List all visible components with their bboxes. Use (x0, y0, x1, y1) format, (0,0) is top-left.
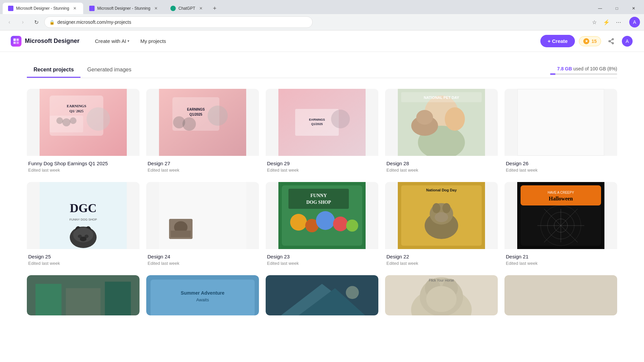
card-thumbnail-7 (146, 182, 259, 249)
card-subtitle-3: Edited last week (267, 168, 377, 173)
toolbar-icons: A (629, 17, 640, 27)
back-button[interactable]: ‹ (4, 17, 15, 27)
svg-point-36 (445, 107, 465, 131)
extensions-icon[interactable]: ⚡ (601, 17, 612, 27)
svg-rect-0 (13, 39, 16, 41)
address-bar[interactable]: 🔒 designer.microsoft.com/my-projects (44, 16, 313, 28)
card-subtitle-2: Edited last week (148, 168, 258, 173)
maximize-button[interactable]: □ (609, 3, 625, 14)
svg-point-102 (426, 286, 457, 312)
create-with-ai-nav[interactable]: Create with AI ▾ (90, 36, 134, 47)
bottom-card-4[interactable]: Flick Your Horse (385, 275, 498, 315)
project-card-2[interactable]: EARNINGS Q1/2025 Design 27 Edited last w… (146, 89, 259, 175)
card-title-6: Design 25 (28, 254, 138, 259)
tab-favicon-3 (170, 6, 176, 11)
tab-close-2[interactable]: ✕ (153, 5, 159, 11)
forward-button[interactable]: › (17, 17, 28, 27)
project-card-8[interactable]: FUNNY DOG SHOP Design 23 Edited last wee… (266, 182, 378, 268)
my-projects-nav[interactable]: My projects (136, 36, 171, 47)
project-card-10[interactable]: HAVE A CREEPY Halloween Design 21 Edited… (504, 182, 617, 268)
tab-recent-label: Recent projects (34, 67, 74, 72)
svg-text:Q1/ 2025: Q1/ 2025 (69, 109, 84, 113)
svg-point-59 (316, 211, 335, 230)
browser-tab-3[interactable]: ChatGPT ✕ (165, 3, 209, 14)
project-card-1[interactable]: EARNINGS Q1/ 2025 Funny Dog Shop Earning… (27, 89, 140, 175)
browser-settings-icon[interactable]: ⋯ (613, 17, 624, 27)
minimize-button[interactable]: — (592, 3, 608, 14)
chevron-down-icon: ▾ (127, 39, 129, 43)
svg-point-6 (612, 43, 613, 44)
card-info-1: Funny Dog Shop Earnings Q1 2025 Edited l… (27, 156, 140, 175)
card-info-4: Design 28 Edited last week (385, 156, 498, 175)
card-info-5: Design 26 Edited last week (504, 156, 617, 175)
header-right: + Create ★ 15 A (540, 35, 633, 47)
new-tab-button[interactable]: + (210, 4, 219, 13)
tab-recent-projects[interactable]: Recent projects (27, 63, 80, 78)
svg-point-50 (80, 237, 87, 241)
project-card-5[interactable]: Design 26 Edited last week (504, 89, 617, 175)
tab-close-1[interactable]: ✕ (72, 5, 78, 11)
svg-text:Flick Your Horse: Flick Your Horse (429, 279, 454, 282)
bottom-card-3[interactable] (266, 275, 378, 315)
main-content: Recent projects Generated images 7.8 GB … (0, 52, 644, 326)
svg-rect-1 (16, 39, 19, 41)
svg-point-16 (62, 118, 70, 126)
close-button[interactable]: ✕ (626, 3, 641, 14)
profile-icon[interactable]: A (629, 17, 640, 27)
card-subtitle-5: Edited last week (506, 168, 616, 173)
svg-point-4 (612, 39, 613, 40)
browser-tab-1[interactable]: Microsoft Designer - Stunning ✕ (3, 3, 83, 14)
svg-rect-3 (16, 42, 19, 44)
svg-text:Summer Adventure: Summer Adventure (181, 290, 225, 296)
svg-point-69 (432, 203, 440, 213)
logo-icon (11, 36, 21, 47)
svg-point-22 (208, 106, 228, 126)
bookmark-icon[interactable]: ☆ (589, 17, 600, 27)
svg-line-8 (610, 42, 612, 43)
card-thumbnail-6: DGC FUNNY DOG SHOP (27, 182, 140, 249)
card-subtitle-10: Edited last week (506, 261, 616, 266)
coin-icon: ★ (583, 38, 589, 44)
user-account-icon[interactable]: A (621, 35, 633, 47)
window-controls: — □ ✕ (592, 3, 641, 14)
projects-grid-row2: DGC FUNNY DOG SHOP Design 25 Edited last… (27, 182, 617, 268)
tab-generated-images[interactable]: Generated images (80, 63, 138, 78)
project-card-3[interactable]: EARNINGS Q1/2025 Design 29 Edited last w… (266, 89, 378, 175)
project-card-7[interactable]: Design 24 Edited last week (146, 182, 259, 268)
my-projects-label: My projects (140, 38, 166, 44)
card-thumbnail-8: FUNNY DOG SHOP (266, 182, 378, 249)
share-icon[interactable] (605, 35, 617, 47)
card-subtitle-1: Edited last week (28, 168, 138, 173)
user-avatar[interactable]: A (629, 17, 640, 27)
logo-area[interactable]: Microsoft Designer (11, 36, 79, 47)
bottom-thumb-4: Flick Your Horse (385, 275, 498, 315)
svg-rect-105 (504, 275, 617, 315)
bottom-card-1[interactable] (27, 275, 140, 315)
coins-count: 15 (591, 39, 597, 44)
bottom-thumb-5 (504, 275, 617, 315)
browser-tab-2[interactable]: Microsoft Designer - Stunning ✕ (84, 3, 164, 14)
card-info-8: Design 23 Edited last week (266, 249, 378, 268)
create-button[interactable]: + Create (540, 35, 575, 47)
projects-grid: EARNINGS Q1/ 2025 Funny Dog Shop Earning… (27, 89, 617, 175)
project-card-4[interactable]: NATIONAL PET DAY Design 28 Edited last w… (385, 89, 498, 175)
svg-point-70 (442, 203, 450, 213)
tab-close-3[interactable]: ✕ (198, 5, 204, 11)
project-card-9[interactable]: National Dog Day Design 22 Edited last w… (385, 182, 498, 268)
storage-used: 7.8 GB (557, 66, 572, 71)
svg-text:EARNINGS: EARNINGS (187, 108, 205, 111)
browser-chrome: Microsoft Designer - Stunning ✕ Microsof… (0, 0, 644, 31)
url-text: designer.microsoft.com/my-projects (57, 19, 308, 25)
tab-label-2: Microsoft Designer - Stunning (97, 6, 150, 11)
svg-text:EARNINGS: EARNINGS (309, 118, 325, 121)
reload-button[interactable]: ↻ (31, 17, 42, 27)
coins-badge[interactable]: ★ 15 (579, 36, 601, 46)
bottom-card-5[interactable] (504, 275, 617, 315)
bottom-thumb-1 (27, 275, 140, 315)
bottom-card-2[interactable]: Summer Adventure Awaits (146, 275, 259, 315)
storage-bar-fill (550, 73, 555, 75)
card-title-10: Design 21 (506, 254, 616, 259)
svg-text:Awaits: Awaits (196, 297, 209, 302)
svg-rect-54 (171, 231, 191, 237)
project-card-6[interactable]: DGC FUNNY DOG SHOP Design 25 Edited last… (27, 182, 140, 268)
